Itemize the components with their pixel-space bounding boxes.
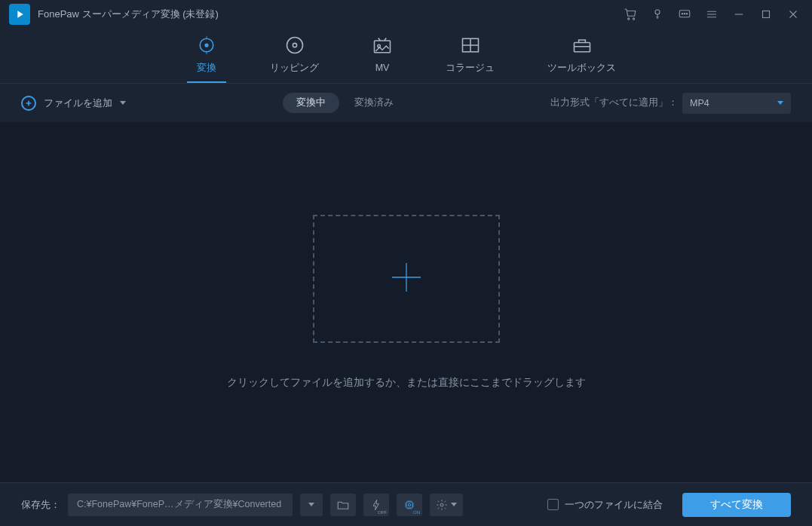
settings-button[interactable] xyxy=(430,494,463,516)
tab-label: ツールボックス xyxy=(547,62,616,75)
output-format-label: 出力形式「すべてに適用」： xyxy=(550,96,678,109)
svg-point-18 xyxy=(440,503,443,506)
feedback-icon[interactable] xyxy=(678,8,691,21)
chevron-down-icon xyxy=(777,101,783,105)
chevron-down-icon xyxy=(308,503,314,506)
status-tabs: 変換中 変換済み xyxy=(283,93,394,113)
menu-icon[interactable] xyxy=(705,8,719,21)
chevron-down-icon xyxy=(120,101,126,105)
save-to-label: 保存先： xyxy=(21,498,60,512)
tab-label: 変換 xyxy=(197,62,216,75)
checkbox-icon xyxy=(547,499,559,510)
mv-icon xyxy=(372,35,393,57)
convert-icon xyxy=(196,35,217,56)
gpu-accel-on-button[interactable]: ON xyxy=(397,494,422,516)
collage-icon xyxy=(460,35,481,56)
svg-rect-7 xyxy=(763,11,770,18)
footer: 保存先： C:¥FonePaw¥FoneP…メディア変換¥Converted O… xyxy=(0,482,812,526)
tab-convert[interactable]: 変換 xyxy=(196,35,217,82)
tab-toolbox[interactable]: ツールボックス xyxy=(547,35,616,82)
titlebar: FonePaw スーパーメディア変換 (未登録) xyxy=(0,0,812,29)
tab-collage[interactable]: コラージュ xyxy=(446,35,495,82)
minimize-icon[interactable] xyxy=(732,8,746,21)
tab-mv[interactable]: MV xyxy=(372,35,393,81)
plus-icon xyxy=(387,258,426,300)
on-badge: ON xyxy=(413,510,420,515)
toolbox-icon xyxy=(571,35,593,56)
add-file-label: ファイルを追加 xyxy=(44,96,112,110)
convert-all-button[interactable]: すべて変換 xyxy=(682,493,791,517)
save-path-text: C:¥FonePaw¥FoneP…メディア変換¥Converted xyxy=(77,498,281,511)
chevron-down-icon xyxy=(451,503,457,506)
tab-label: リッピング xyxy=(270,62,319,75)
browse-folder-button[interactable] xyxy=(330,494,356,516)
ripping-icon xyxy=(284,35,305,56)
app-title: FonePaw スーパーメディア変換 (未登録) xyxy=(38,8,624,21)
tab-label: コラージュ xyxy=(446,62,495,75)
close-icon[interactable] xyxy=(786,8,800,21)
plus-circle-icon xyxy=(21,96,36,111)
svg-point-10 xyxy=(286,37,302,53)
cart-icon[interactable] xyxy=(624,8,637,21)
nav-tabs: 変換 リッピング MV コラージュ ツールボックス xyxy=(0,29,812,83)
svg-point-2 xyxy=(655,10,660,14)
key-icon[interactable] xyxy=(651,8,664,21)
svg-rect-16 xyxy=(406,502,412,508)
svg-point-1 xyxy=(633,18,634,20)
svg-point-17 xyxy=(408,503,410,506)
output-format-select[interactable]: MP4 xyxy=(682,93,791,114)
status-tab-converting[interactable]: 変換中 xyxy=(283,93,339,113)
svg-point-0 xyxy=(628,18,630,20)
off-badge: OFF xyxy=(378,510,387,515)
svg-point-4 xyxy=(682,14,683,15)
tab-ripping[interactable]: リッピング xyxy=(270,35,319,82)
svg-point-5 xyxy=(684,14,685,15)
toolbar: ファイルを追加 変換中 変換済み 出力形式「すべてに適用」： MP4 xyxy=(0,83,812,122)
svg-point-9 xyxy=(204,43,208,47)
status-tab-converted[interactable]: 変換済み xyxy=(354,96,394,109)
save-path-dropdown[interactable] xyxy=(300,494,323,516)
dropzone[interactable] xyxy=(313,215,500,343)
svg-point-6 xyxy=(686,14,688,15)
dropzone-hint: クリックしてファイルを追加するか、または直接にここまでドラッグします xyxy=(227,376,586,390)
merge-label: 一つのファイルに結合 xyxy=(565,498,663,512)
svg-rect-15 xyxy=(574,42,590,51)
format-value: MP4 xyxy=(690,98,709,109)
add-file-button[interactable]: ファイルを追加 xyxy=(21,96,126,111)
save-path-input[interactable]: C:¥FonePaw¥FoneP…メディア変換¥Converted xyxy=(68,494,293,516)
hardware-accel-off-button[interactable]: OFF xyxy=(363,494,389,516)
merge-checkbox[interactable]: 一つのファイルに結合 xyxy=(547,498,663,512)
app-logo xyxy=(9,4,30,25)
main-area: クリックしてファイルを追加するか、または直接にここまでドラッグします xyxy=(0,122,812,482)
svg-point-11 xyxy=(293,43,296,47)
tab-label: MV xyxy=(375,63,390,73)
maximize-icon[interactable] xyxy=(759,8,773,21)
